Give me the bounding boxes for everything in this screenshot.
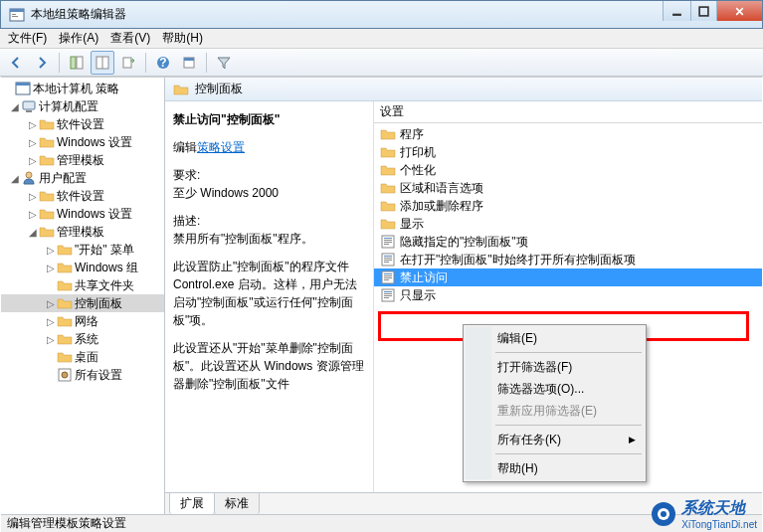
status-text: 编辑管理模板策略设置 xyxy=(7,515,126,532)
menu-action[interactable]: 操作(A) xyxy=(59,30,98,47)
svg-rect-30 xyxy=(384,260,392,261)
close-button[interactable] xyxy=(716,1,762,21)
tree-root[interactable]: 本地计算机 策略 xyxy=(1,80,164,97)
settings-header[interactable]: 设置 xyxy=(374,101,762,123)
tab-standard[interactable]: 标准 xyxy=(214,492,260,514)
detail-title: 禁止访问"控制面板" xyxy=(173,111,365,128)
help-button[interactable]: ? xyxy=(151,51,175,75)
tree-shared-folders[interactable]: 共享文件夹 xyxy=(1,276,164,294)
tree-computer-config[interactable]: ◢计算机配置 xyxy=(1,97,164,115)
svg-rect-7 xyxy=(77,57,83,69)
tree-user-software[interactable]: ▷软件设置 xyxy=(1,187,164,205)
svg-rect-14 xyxy=(184,58,194,61)
svg-rect-35 xyxy=(384,277,392,278)
menu-view[interactable]: 查看(V) xyxy=(110,30,150,47)
svg-rect-24 xyxy=(384,240,392,241)
setting-item[interactable]: 只显示 xyxy=(374,286,762,304)
svg-rect-10 xyxy=(123,58,131,68)
svg-rect-29 xyxy=(384,258,392,259)
svg-rect-39 xyxy=(384,293,392,294)
setting-item[interactable]: 隐藏指定的"控制面板"项 xyxy=(374,233,762,251)
setting-item[interactable]: 个性化 xyxy=(374,161,762,179)
filter-button[interactable] xyxy=(212,51,236,75)
setting-item[interactable]: 添加或删除程序 xyxy=(374,197,762,215)
minimize-button[interactable] xyxy=(663,1,690,21)
tree-system[interactable]: ▷系统 xyxy=(1,330,164,348)
svg-rect-33 xyxy=(384,273,392,274)
back-button[interactable] xyxy=(4,51,28,75)
setting-item[interactable]: 区域和语言选项 xyxy=(374,179,762,197)
ctx-help[interactable]: 帮助(H) xyxy=(466,457,644,479)
tree-all-settings[interactable]: 所有设置 xyxy=(1,366,164,384)
tree-desktop[interactable]: 桌面 xyxy=(1,348,164,366)
svg-point-21 xyxy=(62,372,68,378)
tree-user-config[interactable]: ◢用户配置 xyxy=(1,169,164,187)
svg-rect-25 xyxy=(384,242,392,243)
titlebar: 本地组策略编辑器 xyxy=(0,0,763,29)
tree-user-admin[interactable]: ◢管理模板 xyxy=(1,223,164,241)
watermark-icon xyxy=(650,500,677,528)
forward-button[interactable] xyxy=(30,51,54,75)
maximize-button[interactable] xyxy=(690,1,716,21)
svg-rect-36 xyxy=(384,279,389,280)
folder-icon xyxy=(173,82,189,97)
tab-extended[interactable]: 扩展 xyxy=(169,492,215,514)
tree-comp-admin[interactable]: ▷管理模板 xyxy=(1,151,164,169)
view-mode-button[interactable] xyxy=(91,51,114,75)
main-area: 本地计算机 策略 ◢计算机配置 ▷软件设置 ▷Windows 设置 ▷管理模板 … xyxy=(1,77,762,514)
svg-rect-28 xyxy=(384,256,392,257)
ctx-edit[interactable]: 编辑(E) xyxy=(466,327,644,349)
menu-help[interactable]: 帮助(H) xyxy=(162,30,203,47)
setting-item[interactable]: 显示 xyxy=(374,215,762,233)
detail-pane: 禁止访问"控制面板" 编辑策略设置 要求:至少 Windows 2000 描述:… xyxy=(165,101,374,492)
svg-rect-26 xyxy=(384,244,389,245)
tree-control-panel[interactable]: ▷控制面板 xyxy=(1,294,164,312)
ctx-filter-options[interactable]: 筛选器选项(O)... xyxy=(466,378,644,400)
export-button[interactable] xyxy=(116,51,140,75)
ctx-open-filter[interactable]: 打开筛选器(F) xyxy=(466,356,644,378)
chevron-right-icon: ▶ xyxy=(629,435,636,444)
statusbar: 编辑管理模板策略设置 xyxy=(1,514,762,532)
svg-point-44 xyxy=(661,511,667,517)
window-buttons xyxy=(663,1,762,21)
ctx-all-tasks[interactable]: 所有任务(K)▶ xyxy=(466,429,644,450)
svg-rect-31 xyxy=(384,262,389,263)
app-icon xyxy=(9,7,25,23)
tree-comp-windows[interactable]: ▷Windows 设置 xyxy=(1,133,164,151)
properties-button[interactable] xyxy=(177,51,201,75)
show-hide-tree-button[interactable] xyxy=(65,51,89,75)
tree-start-menu[interactable]: ▷"开始" 菜单 xyxy=(1,241,164,259)
svg-rect-38 xyxy=(384,291,392,292)
svg-rect-2 xyxy=(12,14,16,15)
setting-item[interactable]: 程序 xyxy=(374,125,762,143)
menubar: 文件(F) 操作(A) 查看(V) 帮助(H) xyxy=(0,29,763,49)
svg-rect-23 xyxy=(384,238,392,239)
setting-item[interactable]: 打印机 xyxy=(374,143,762,161)
tree-comp-software[interactable]: ▷软件设置 xyxy=(1,115,164,133)
svg-rect-6 xyxy=(71,57,76,69)
svg-rect-16 xyxy=(16,83,30,86)
setting-item[interactable]: 禁止访问 xyxy=(374,268,762,286)
svg-rect-4 xyxy=(672,13,681,15)
tree-panel: 本地计算机 策略 ◢计算机配置 ▷软件设置 ▷Windows 设置 ▷管理模板 … xyxy=(1,78,165,514)
svg-rect-1 xyxy=(10,9,24,12)
svg-rect-5 xyxy=(699,7,708,16)
svg-rect-41 xyxy=(384,297,389,298)
context-menu: 编辑(E) 打开筛选器(F) 筛选器选项(O)... 重新应用筛选器(E) 所有… xyxy=(463,324,647,482)
svg-rect-3 xyxy=(12,16,18,17)
svg-text:?: ? xyxy=(159,56,166,70)
window-title: 本地组策略编辑器 xyxy=(31,6,126,23)
edit-policy-link[interactable]: 策略设置 xyxy=(197,140,245,154)
setting-item[interactable]: 在打开"控制面板"时始终打开所有控制面板项 xyxy=(374,251,762,268)
tree-network[interactable]: ▷网络 xyxy=(1,312,164,330)
svg-rect-17 xyxy=(23,101,35,109)
tree-windows-comp[interactable]: ▷Windows 组 xyxy=(1,259,164,276)
content-title: 控制面板 xyxy=(195,81,243,97)
menu-file[interactable]: 文件(F) xyxy=(8,30,47,47)
watermark: 系统天地 XiTongTianDi.net xyxy=(650,498,757,530)
svg-point-19 xyxy=(26,172,32,178)
svg-rect-18 xyxy=(26,110,32,112)
svg-rect-40 xyxy=(384,295,392,296)
tree-user-windows[interactable]: ▷Windows 设置 xyxy=(1,205,164,223)
ctx-reapply-filter: 重新应用筛选器(E) xyxy=(466,400,644,422)
